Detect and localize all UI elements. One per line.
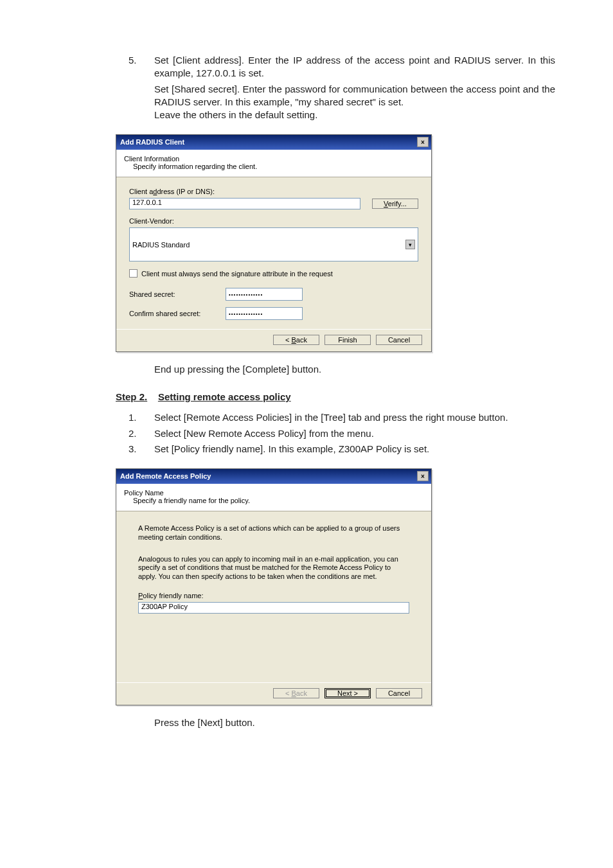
list-continuation: Leave the others in the default setting. <box>154 109 555 121</box>
dialog-titlebar: Add Remote Access Policy × <box>116 469 431 484</box>
policy-friendly-name-field[interactable]: Z300AP Policy <box>138 602 409 614</box>
dialog-title-text: Add RADIUS Client <box>120 138 184 146</box>
btn-part: ack <box>296 689 307 697</box>
btn-accel: B <box>292 336 296 344</box>
signature-attribute-row: Client must always send the signature at… <box>129 269 418 278</box>
list-continuation: Set [Shared secret]. Enter the password … <box>154 83 555 109</box>
document-page: 5. Set [Client address]. Enter the IP ad… <box>0 0 613 791</box>
list-item-2: 2. Select [New Remote Access Policy] fro… <box>129 427 555 440</box>
subheader-desc: Specify information regarding the client… <box>133 163 423 170</box>
subheader-title: Policy Name <box>124 489 423 497</box>
btn-accel: V <box>384 200 388 208</box>
list-number: 1. <box>129 411 154 424</box>
add-radius-client-dialog: Add RADIUS Client × Client Information S… <box>116 134 432 352</box>
signature-attribute-checkbox[interactable] <box>129 269 138 278</box>
dialog-subheader: Policy Name Specify a friendly name for … <box>116 484 431 511</box>
post-dialog-note: Press the [Next] button. <box>154 717 555 728</box>
intro-paragraph: Analogous to rules you can apply to inco… <box>138 555 409 581</box>
label-part: firm shared secret: <box>142 310 200 317</box>
label-part: dress (IP or DNS): <box>157 188 215 195</box>
dialog-titlebar: Add RADIUS Client × <box>116 135 431 150</box>
list-number: 2. <box>129 427 154 440</box>
close-icon[interactable]: × <box>417 471 429 481</box>
client-vendor-label: Client-Vendor: <box>129 217 418 225</box>
confirm-shared-secret-field[interactable]: •••••••••••••• <box>226 307 303 320</box>
list-text: Select [Remote Access Policies] in the [… <box>154 411 555 424</box>
btn-part: < <box>285 689 291 697</box>
dialog-body: A Remote Access Policy is a set of actio… <box>116 511 431 682</box>
select-value: RADIUS Standard <box>132 241 190 249</box>
client-address-row: 127.0.0.1 Verify... <box>129 198 418 209</box>
list-number: 5. <box>129 54 154 67</box>
subheader-title: Client Information <box>124 155 423 163</box>
list-item-5: 5. Set [Client address]. Enter the IP ad… <box>129 54 555 80</box>
label-accel: C <box>141 270 147 278</box>
label-part: olicy friendly name: <box>143 592 203 599</box>
step2-heading-b: Setting remote access policy <box>158 391 291 402</box>
back-button[interactable]: < Back <box>273 335 319 345</box>
label-part: hared secret: <box>134 290 175 298</box>
finish-button[interactable]: Finish <box>324 335 371 345</box>
client-address-label: Client address (IP or DNS): <box>129 188 418 195</box>
confirm-shared-secret-row: Confirm shared secret: •••••••••••••• <box>129 307 418 320</box>
list-item-3: 3. Set [Policy friendly name]. In this e… <box>129 443 555 456</box>
shared-secret-row: Shared secret: •••••••••••••• <box>129 288 418 301</box>
btn-part: erify... <box>388 200 407 208</box>
close-icon[interactable]: × <box>417 137 429 147</box>
policy-name-label: Policy friendly name: <box>138 592 409 599</box>
list-number: 3. <box>129 443 154 456</box>
label-part: Co <box>129 310 138 317</box>
btn-accel: N <box>337 689 342 697</box>
post-dialog-note: End up pressing the [Complete] button. <box>154 364 555 375</box>
list-item-1: 1. Select [Remote Access Policies] in th… <box>129 411 555 424</box>
label-part: lient must always send the signature att… <box>147 270 333 278</box>
step2-heading: Step 2. Setting remote access policy <box>116 391 555 402</box>
dialog-footer: < Back Finish Cancel <box>116 329 431 351</box>
dialog-subheader: Client Information Specify information r… <box>116 150 431 177</box>
subheader-desc: Specify a friendly name for the policy. <box>133 497 423 504</box>
dialog-title-text: Add Remote Access Policy <box>120 472 211 480</box>
client-vendor-select[interactable]: RADIUS Standard ▾ <box>129 227 418 261</box>
intro-paragraph: A Remote Access Policy is a set of actio… <box>138 524 409 542</box>
btn-part: < <box>285 336 291 344</box>
btn-part: ext > <box>342 689 358 697</box>
list-text: Set [Client address]. Enter the IP addre… <box>154 54 555 80</box>
next-button[interactable]: Next > <box>324 688 371 698</box>
btn-accel: B <box>292 689 296 697</box>
label-part: Client a <box>129 188 153 195</box>
cancel-button[interactable]: Cancel <box>376 688 422 698</box>
back-button: < Back <box>273 688 319 698</box>
add-remote-access-policy-dialog: Add Remote Access Policy × Policy Name S… <box>116 468 432 705</box>
confirm-shared-secret-label: Confirm shared secret: <box>129 310 226 317</box>
client-address-field[interactable]: 127.0.0.1 <box>129 198 360 209</box>
verify-button[interactable]: Verify... <box>372 199 418 209</box>
step2-heading-a: Step 2. <box>116 391 147 402</box>
dialog-footer: < Back Next > Cancel <box>116 682 431 705</box>
shared-secret-label: Shared secret: <box>129 290 226 298</box>
shared-secret-field[interactable]: •••••••••••••• <box>226 288 303 301</box>
chevron-down-icon: ▾ <box>405 240 415 249</box>
dialog-body: Client address (IP or DNS): 127.0.0.1 Ve… <box>116 177 431 329</box>
btn-part: ack <box>296 336 307 344</box>
list-text: Set [Policy friendly name]. In this exam… <box>154 443 555 456</box>
cancel-button[interactable]: Cancel <box>376 335 422 345</box>
list-text: Select [New Remote Access Policy] from t… <box>154 427 555 440</box>
signature-attribute-label: Client must always send the signature at… <box>141 270 333 278</box>
